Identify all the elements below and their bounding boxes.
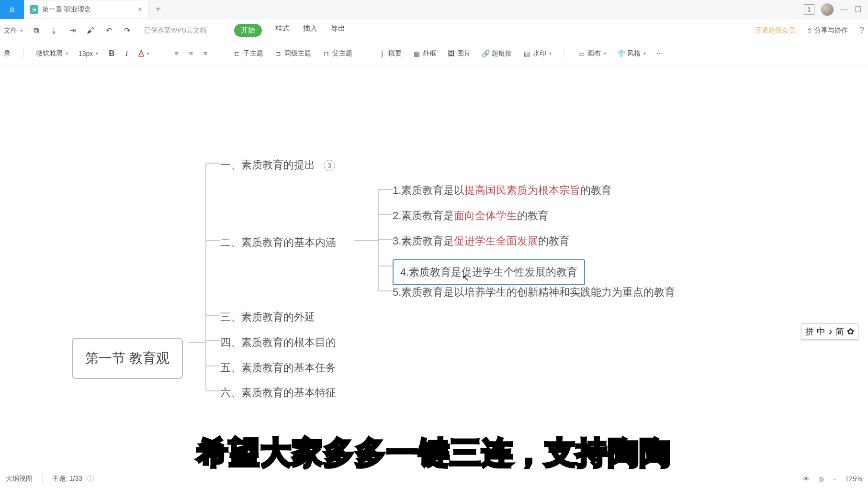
leaf-node-4-selected[interactable]: 4.素质教育是促进学生个性发展的教育 <box>393 259 585 285</box>
save-status: 已保存至WPS云文档 <box>144 26 206 35</box>
ime-pinyin-icon[interactable]: 拼 <box>805 326 814 337</box>
bold-button[interactable]: B <box>109 49 114 58</box>
mindmap-canvas[interactable]: 第一节 教育观 一、素质教育的提出 3 二、素质教育的基本内涵 三、素质教育的外… <box>0 65 868 469</box>
subtopic-button[interactable]: ⊏子主题 <box>233 49 263 58</box>
align-left-icon[interactable]: ≡ <box>175 50 179 57</box>
peertopic-button[interactable]: ⊐同级主题 <box>274 49 311 58</box>
branch-node-2[interactable]: 二、素质教育的基本内涵 <box>220 235 336 250</box>
share-icon: ⇪ <box>807 27 812 34</box>
border-icon: ▦ <box>412 49 421 58</box>
font-select[interactable]: 微软雅黑▾ <box>36 49 68 58</box>
share-button[interactable]: ⇪分享与协作 <box>807 26 848 35</box>
export-icon[interactable]: ⇥ <box>68 26 77 35</box>
branch-node-1[interactable]: 一、素质教育的提出 3 <box>220 158 335 172</box>
style-button[interactable]: 👕风格▾ <box>617 49 646 58</box>
align-center-icon[interactable]: ≡ <box>189 50 193 57</box>
summary-icon: } <box>378 49 386 58</box>
zoom-out-icon[interactable]: − <box>833 475 836 483</box>
home-tab[interactable]: 页 <box>0 0 24 19</box>
branch-node-3[interactable]: 三、素质教育的外延 <box>220 310 315 324</box>
eye-icon[interactable]: 👁 <box>803 475 810 483</box>
copy-icon[interactable]: ⧉ <box>31 26 41 35</box>
link-button[interactable]: 🔗超链接 <box>481 49 512 58</box>
minimize-icon[interactable]: — <box>840 5 848 14</box>
subtopic-icon: ⊏ <box>233 49 241 58</box>
mindmap-file-icon: ⊞ <box>30 5 38 14</box>
leaf-node-5[interactable]: 5.素质教育是以培养学生的创新精神和实践能力为重点的教育 <box>393 285 675 299</box>
style-icon: 👕 <box>617 49 625 58</box>
help-icon[interactable]: ? <box>859 25 864 35</box>
video-subtitle: 希望大家多多一键三连，支持陶陶 <box>197 432 671 474</box>
watermark-button[interactable]: ▤水印▾ <box>522 49 552 58</box>
parenttopic-button[interactable]: ⊓父主题 <box>322 49 352 58</box>
zoom-level[interactable]: 125% <box>845 475 862 483</box>
download-icon[interactable]: ⭳ <box>49 26 59 35</box>
vip-link[interactable]: 开通超级会员 <box>755 26 795 35</box>
ime-cn-icon[interactable]: 中 <box>817 326 825 337</box>
branch-node-6[interactable]: 六、素质教育的基本特征 <box>220 386 336 400</box>
border-button[interactable]: ▦外框 <box>412 49 436 58</box>
redo-icon[interactable]: ↷ <box>122 26 132 35</box>
ime-gear-icon[interactable]: ✿ <box>847 326 854 337</box>
summary-button[interactable]: }概要 <box>378 49 402 58</box>
canvas-icon: ▭ <box>577 49 586 58</box>
record-button[interactable]: 录 <box>4 49 11 58</box>
menu-start[interactable]: 开始 <box>234 24 262 37</box>
menu-insert[interactable]: 插入 <box>303 24 317 37</box>
help-small-icon[interactable]: ⓘ <box>87 475 94 482</box>
root-node[interactable]: 第一节 教育观 <box>72 338 183 379</box>
parenttopic-icon: ⊓ <box>322 49 330 58</box>
fontsize-select[interactable]: 13px▾ <box>79 50 98 57</box>
maximize-icon[interactable]: ☐ <box>855 5 861 14</box>
undo-icon[interactable]: ↶ <box>104 26 113 35</box>
more-icon[interactable]: ⋯ <box>656 50 663 57</box>
leaf-node-2[interactable]: 2.素质教育是面向全体学生的教育 <box>393 209 549 223</box>
file-menu[interactable]: 文件▾ <box>4 26 23 35</box>
ime-simp-icon[interactable]: 简 <box>835 326 844 337</box>
outline-view-button[interactable]: 大纲视图 <box>6 475 33 483</box>
new-tab-button[interactable]: + <box>148 4 168 15</box>
italic-button[interactable]: I <box>125 49 128 58</box>
format-painter-icon[interactable]: 🖌 <box>86 26 95 35</box>
branch-node-5[interactable]: 五、素质教育的基本任务 <box>220 361 336 375</box>
branch-node-4[interactable]: 四、素质教育的根本目的 <box>220 335 336 350</box>
avatar[interactable] <box>821 3 834 16</box>
image-icon: 🖼 <box>447 49 455 58</box>
menu-style[interactable]: 样式 <box>275 24 290 37</box>
leaf-node-3[interactable]: 3.素质教育是促进学生全面发展的教育 <box>393 234 570 248</box>
topic-counter: 主题: 1/33 ⓘ <box>52 475 94 483</box>
window-count-badge[interactable]: 1 <box>804 4 814 15</box>
collapse-count-badge[interactable]: 3 <box>324 160 335 171</box>
locate-icon[interactable]: ◎ <box>818 475 824 483</box>
ime-toolbar[interactable]: 拼 中 ♪ 简 ✿ <box>801 323 858 340</box>
menu-export[interactable]: 导出 <box>331 24 345 37</box>
leaf-node-1[interactable]: 1.素质教育是以提高国民素质为根本宗旨的教育 <box>393 183 612 198</box>
peertopic-icon: ⊐ <box>274 49 282 58</box>
canvas-button[interactable]: ▭画布▾ <box>577 49 606 58</box>
align-right-icon[interactable]: ≡ <box>203 50 207 57</box>
image-button[interactable]: 🖼图片 <box>447 49 471 58</box>
link-icon: 🔗 <box>481 49 490 58</box>
fontcolor-button[interactable]: A▾ <box>138 49 149 58</box>
tab-title: 第一章 职业理念 <box>42 5 91 14</box>
ime-music-icon[interactable]: ♪ <box>828 327 833 337</box>
close-icon[interactable]: × <box>138 5 142 14</box>
document-tab[interactable]: ⊞ 第一章 职业理念 × <box>24 1 148 18</box>
watermark-icon: ▤ <box>522 49 531 58</box>
